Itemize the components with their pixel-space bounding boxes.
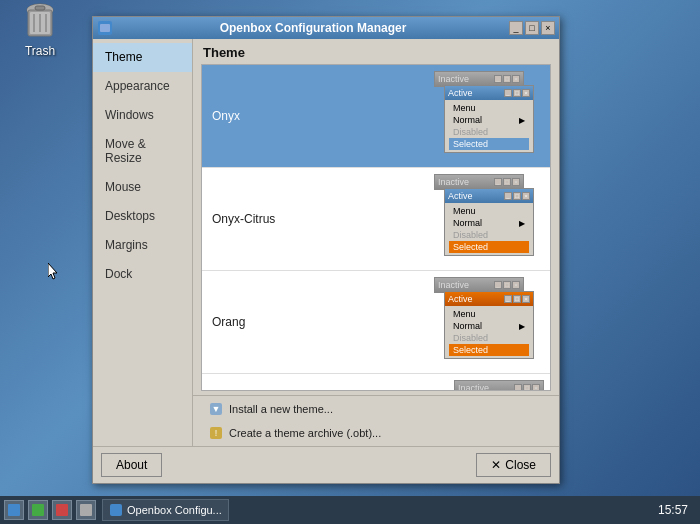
menu-row-onyx: Menu xyxy=(449,102,529,114)
svg-rect-7 xyxy=(35,6,45,10)
panel-title: Theme xyxy=(193,39,559,64)
theme-name-onyx-citrus: Onyx-Citrus xyxy=(202,168,322,270)
bottom-buttons: ▼ Install a new theme... ! Create a them… xyxy=(193,395,559,446)
create-archive-button[interactable]: ! Create a theme archive (.obt)... xyxy=(201,422,551,444)
sidebar-item-margins[interactable]: Margins xyxy=(93,231,192,260)
sidebar-item-desktops[interactable]: Desktops xyxy=(93,202,192,231)
active-body-citrus: Menu Normal ▶ Disabled Selected xyxy=(445,203,533,255)
trash-icon[interactable]: Trash xyxy=(10,2,70,58)
taskbar-icon-1[interactable] xyxy=(4,500,24,520)
theme-name-partial xyxy=(202,374,322,391)
window-body: Theme Appearance Windows Move & Resize M… xyxy=(93,39,559,483)
minimize-button[interactable]: _ xyxy=(509,21,523,35)
inactive-titlebar-onyx: Inactive _ □ × xyxy=(435,72,523,86)
taskbar-app-icon xyxy=(109,503,123,517)
taskbar-quick-launch xyxy=(4,500,96,520)
disabled-row-orang: Disabled xyxy=(449,332,529,344)
maximize-button[interactable]: □ xyxy=(525,21,539,35)
sidebar-item-windows[interactable]: Windows xyxy=(93,101,192,130)
active-titlebar-citrus: Active _ □ × xyxy=(445,189,533,203)
about-button[interactable]: About xyxy=(101,453,162,477)
svg-text:!: ! xyxy=(215,428,218,438)
sidebar-item-mouse[interactable]: Mouse xyxy=(93,173,192,202)
sidebar-item-appearance[interactable]: Appearance xyxy=(93,72,192,101)
svg-rect-16 xyxy=(32,504,44,516)
theme-item-partial[interactable]: Inactive _ □ × xyxy=(202,374,550,391)
partial-preview: Inactive _ □ × xyxy=(454,380,544,391)
inactive-label-citrus: Inactive xyxy=(438,177,469,187)
svg-text:▼: ▼ xyxy=(212,404,221,414)
inactive-btn2-orang: □ xyxy=(503,281,511,289)
inactive-btns-citrus: _ □ × xyxy=(494,178,520,186)
about-label: About xyxy=(116,458,147,472)
create-icon: ! xyxy=(209,426,223,440)
theme-item-onyx-citrus[interactable]: Onyx-Citrus Inactive _ □ × xyxy=(202,168,550,271)
install-theme-label: Install a new theme... xyxy=(229,403,333,415)
inactive-btn3-citrus: × xyxy=(512,178,520,186)
window-titlebar: Openbox Configuration Manager _ □ × xyxy=(93,17,559,39)
inactive-label-onyx: Inactive xyxy=(438,74,469,84)
sidebar-item-move-resize[interactable]: Move & Resize xyxy=(93,130,192,173)
taskbar-icon-img-2 xyxy=(31,503,45,517)
svg-rect-19 xyxy=(110,504,122,516)
active-btns-citrus: _ □ × xyxy=(504,192,530,200)
install-theme-button[interactable]: ▼ Install a new theme... xyxy=(201,398,551,420)
active-btn3-orang: × xyxy=(522,295,530,303)
inactive-titlebar-citrus: Inactive _ □ × xyxy=(435,175,523,189)
window-title: Openbox Configuration Manager xyxy=(117,21,509,35)
selected-row-onyx: Selected xyxy=(449,138,529,150)
install-icon: ▼ xyxy=(209,402,223,416)
active-btns-orang: _ □ × xyxy=(504,295,530,303)
inactive-btn3-orang: × xyxy=(512,281,520,289)
selected-row-orang: Selected xyxy=(449,344,529,356)
sidebar-item-dock[interactable]: Dock xyxy=(93,260,192,289)
inactive-btn2: □ xyxy=(503,75,511,83)
active-body-onyx: Menu Normal ▶ Disabled Selected xyxy=(445,100,533,152)
svg-rect-17 xyxy=(56,504,68,516)
inactive-label-orang: Inactive xyxy=(438,280,469,290)
theme-item-orang[interactable]: Orang Inactive _ □ × xyxy=(202,271,550,374)
svg-rect-10 xyxy=(100,24,110,32)
theme-list[interactable]: Onyx Inactive _ □ xyxy=(201,64,551,391)
inactive-btn1-orang: _ xyxy=(494,281,502,289)
window-app-icon xyxy=(97,20,113,36)
inactive-btn3-partial: × xyxy=(532,384,540,391)
theme-item-onyx[interactable]: Onyx Inactive _ □ xyxy=(202,65,550,168)
taskbar-icon-4[interactable] xyxy=(76,500,96,520)
svg-rect-15 xyxy=(8,504,20,516)
mini-win-active-orang: Active _ □ × Menu xyxy=(444,291,534,359)
window-controls: _ □ × xyxy=(509,21,555,35)
disabled-row-citrus: Disabled xyxy=(449,229,529,241)
close-button[interactable]: ✕ Close xyxy=(476,453,551,477)
taskbar-app-label: Openbox Configu... xyxy=(127,504,222,516)
active-btns-onyx: _ □ × xyxy=(504,89,530,97)
inactive-label-partial: Inactive xyxy=(458,383,489,391)
sidebar-item-theme[interactable]: Theme xyxy=(93,43,192,72)
theme-preview-onyx-citrus: Inactive _ □ × xyxy=(322,168,550,270)
mini-windows-onyx: Inactive _ □ × xyxy=(434,71,544,161)
main-window: Openbox Configuration Manager _ □ × Them… xyxy=(92,16,560,484)
selected-row-citrus: Selected xyxy=(449,241,529,253)
create-archive-label: Create a theme archive (.obt)... xyxy=(229,427,381,439)
theme-name-onyx: Onyx xyxy=(202,65,322,167)
active-btn2: □ xyxy=(513,89,521,97)
active-btn1-orang: _ xyxy=(504,295,512,303)
active-label-citrus: Active xyxy=(448,191,473,201)
inactive-btn1: _ xyxy=(494,75,502,83)
disabled-row-onyx: Disabled xyxy=(449,126,529,138)
active-btn3: × xyxy=(522,89,530,97)
menu-row-citrus: Menu xyxy=(449,205,529,217)
taskbar-icon-img-1 xyxy=(7,503,21,517)
active-btn2-citrus: □ xyxy=(513,192,521,200)
menu-row-orang: Menu xyxy=(449,308,529,320)
mini-win-partial: Inactive _ □ × xyxy=(454,380,544,391)
theme-preview-orang: Inactive _ □ × xyxy=(322,271,550,373)
taskbar-icon-2[interactable] xyxy=(28,500,48,520)
taskbar-icon-3[interactable] xyxy=(52,500,72,520)
inactive-btns-orang: _ □ × xyxy=(494,281,520,289)
theme-preview-onyx: Inactive _ □ × xyxy=(322,65,550,167)
taskbar-app-item[interactable]: Openbox Configu... xyxy=(102,499,229,521)
close-button[interactable]: × xyxy=(541,21,555,35)
close-icon: ✕ xyxy=(491,458,501,472)
trash-image xyxy=(20,2,60,42)
